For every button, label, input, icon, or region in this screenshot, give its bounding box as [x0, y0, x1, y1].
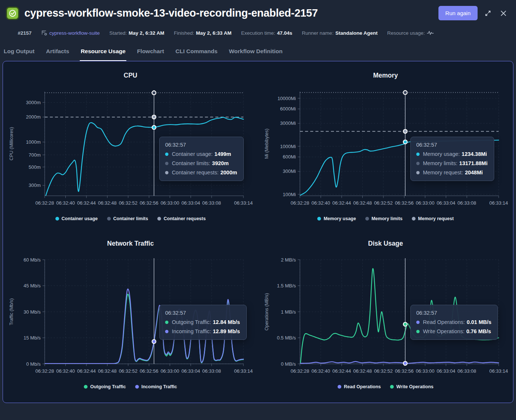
page-title: cypress-workflow-smoke-13-video-recordin… [24, 7, 438, 19]
expand-icon[interactable] [483, 8, 493, 18]
tab-workflow-definition[interactable]: Workflow Definition [228, 46, 283, 61]
tooltip-value: 2000m [221, 170, 237, 175]
legend-item-outgoing-traffic[interactable]: Outgoing Traffic [84, 384, 126, 389]
tooltip-value: 12.89 Mb/s [213, 328, 240, 334]
execution-header: cypress-workflow-smoke-13-video-recordin… [0, 0, 516, 36]
legend-item-memory-usage[interactable]: Memory usage [317, 216, 356, 221]
disk-chart-plot[interactable]: 06:32:2806:32:4006:32:4406:32:4806:32:52… [259, 249, 513, 389]
y-tick-label: 0 MB/s [281, 361, 296, 367]
x-tick-label: 06:33:00 [416, 368, 434, 374]
legend-dot [338, 385, 341, 389]
legend-item-read-operations[interactable]: Read Operations [338, 384, 381, 389]
suite-link[interactable]: cypress-workflow-suite [41, 30, 100, 36]
disk-legend: Read OperationsWrite Operations [259, 384, 513, 389]
execution-number: #2157 [18, 30, 32, 36]
legend-label: Container limits [113, 216, 148, 221]
workflow-execution-page: cypress-workflow-smoke-13-video-recordin… [0, 0, 516, 403]
tooltip-series-dot [165, 162, 168, 165]
legend-dot [390, 385, 394, 389]
legend-label: Container requests [164, 216, 206, 221]
legend-dot [365, 217, 369, 221]
tooltip-label: Read Operations: [423, 319, 465, 325]
cpu-chart-plot[interactable]: 06:32:2806:32:4006:32:4406:32:4806:32:52… [3, 81, 257, 221]
close-icon[interactable] [498, 8, 509, 18]
legend-item-container-usage[interactable]: Container usage [55, 216, 98, 221]
y-tick-label: 600Mi [283, 154, 296, 160]
x-tick-label: 06:33:08 [457, 368, 476, 374]
y-tick-label: 30 Mb/s [24, 309, 41, 315]
x-tick-label: 06:32:48 [353, 368, 372, 374]
cpu-legend: Container usageContainer limitsContainer… [3, 216, 257, 221]
tooltip-value: 1234.38Mi [462, 151, 487, 157]
legend-item-memory-limits[interactable]: Memory limits [365, 216, 403, 221]
x-tick-label: 06:32:48 [353, 200, 372, 206]
started-label: Started: [109, 30, 127, 36]
disk-tooltip: 06:32:57Read Operations:0.01 MB/sWrite O… [410, 305, 498, 340]
x-tick-label: 06:33:08 [202, 200, 221, 206]
tooltip-time: 06:32:57 [416, 142, 488, 148]
x-tick-label: 06:32:28 [290, 200, 309, 206]
x-tick-label: 06:32:40 [56, 200, 75, 206]
x-tick-label: 06:32:44 [332, 200, 351, 206]
tooltip-label: Incoming Traffic: [172, 328, 211, 334]
tab-flowchart[interactable]: Flowchart [136, 46, 165, 61]
x-tick-label: 06:33:00 [416, 200, 434, 206]
tooltip-row: Memory request:2048Mi [416, 170, 488, 175]
finished-value: May 2, 6:33 AM [196, 30, 231, 36]
crosshair-marker [403, 91, 407, 94]
run-again-button[interactable]: Run again [438, 6, 478, 20]
tooltip-series-dot [165, 321, 168, 324]
x-tick-label: 06:32:56 [395, 200, 414, 206]
legend-label: Write Operations [396, 384, 433, 389]
tooltip-row: Container requests:2000m [165, 170, 237, 175]
legend-item-container-requests[interactable]: Container requests [157, 216, 206, 221]
legend-item-container-limits[interactable]: Container limits [107, 216, 148, 221]
network-legend: Outgoing TrafficIncoming Traffic [3, 384, 257, 389]
x-tick-label: 06:33:08 [457, 200, 476, 206]
finished-label: Finished: [174, 30, 194, 36]
tab-resource-usage[interactable]: Resource Usage [80, 46, 126, 61]
network-chart-plot[interactable]: 06:32:2806:32:4006:32:4406:32:4806:32:52… [3, 249, 257, 389]
legend-label: Outgoing Traffic [90, 384, 126, 389]
tooltip-value: 3920m [212, 160, 229, 166]
tooltip-time: 06:32:57 [165, 142, 237, 148]
y-axis-title: Operations (MB/s) [264, 293, 269, 330]
x-tick-label: 06:32:56 [395, 368, 414, 374]
tab-artifacts[interactable]: Artifacts [45, 46, 70, 61]
crosshair-marker [403, 129, 407, 133]
x-tick-label: 06:33:04 [181, 368, 200, 374]
crosshair-marker [403, 322, 407, 326]
legend-item-incoming-traffic[interactable]: Incoming Traffic [135, 384, 177, 389]
tooltip-row: Container limits:3920m [165, 160, 237, 166]
runner-name-value: Standalone Agent [335, 30, 377, 36]
legend-item-memory-request[interactable]: Memory request [412, 216, 454, 221]
memory-chart-plot[interactable]: 06:32:2806:32:4006:32:4406:32:4806:32:52… [259, 81, 513, 221]
disk-series-read-operations [300, 362, 498, 363]
network-tooltip: 06:32:57Outgoing Traffic:12.84 Mb/sIncom… [159, 305, 246, 340]
pulse-icon [427, 30, 434, 36]
tooltip-time: 06:32:57 [416, 310, 492, 316]
y-tick-label: 45 Mb/s [24, 283, 41, 288]
cpu-chart-title: CPU [3, 72, 258, 81]
legend-label: Incoming Traffic [141, 384, 177, 389]
tooltip-label: Memory request: [423, 170, 463, 175]
y-tick-label: 3000m [26, 100, 41, 105]
tooltip-label: Container requests: [172, 170, 219, 175]
memory-tooltip: 06:32:57Memory usage:1234.38MiMemory lim… [410, 137, 494, 181]
tooltip-row: Memory usage:1234.38Mi [416, 151, 488, 157]
legend-item-write-operations[interactable]: Write Operations [390, 384, 433, 389]
memory-chart-title: Memory [258, 72, 513, 81]
disk-chart-title: Disk Usage [258, 240, 513, 249]
legend-dot [317, 217, 321, 221]
x-tick-label: 06:32:28 [290, 368, 309, 374]
disk-chart: Disk Usage 06:32:2806:32:4006:32:4406:32… [258, 229, 513, 397]
x-tick-label: 06:33:00 [161, 368, 180, 374]
legend-label: Memory usage [324, 216, 356, 221]
crosshair-marker [152, 126, 156, 129]
tab-cli-commands[interactable]: CLI Commands [175, 46, 218, 61]
tooltip-row: Incoming Traffic:12.89 Mb/s [165, 328, 240, 334]
tooltip-value: 0.76 MB/s [466, 328, 491, 334]
tab-log-output[interactable]: Log Output [3, 46, 35, 61]
x-tick-label: 06:33:14 [489, 368, 508, 374]
x-tick-label: 06:33:04 [181, 200, 200, 206]
